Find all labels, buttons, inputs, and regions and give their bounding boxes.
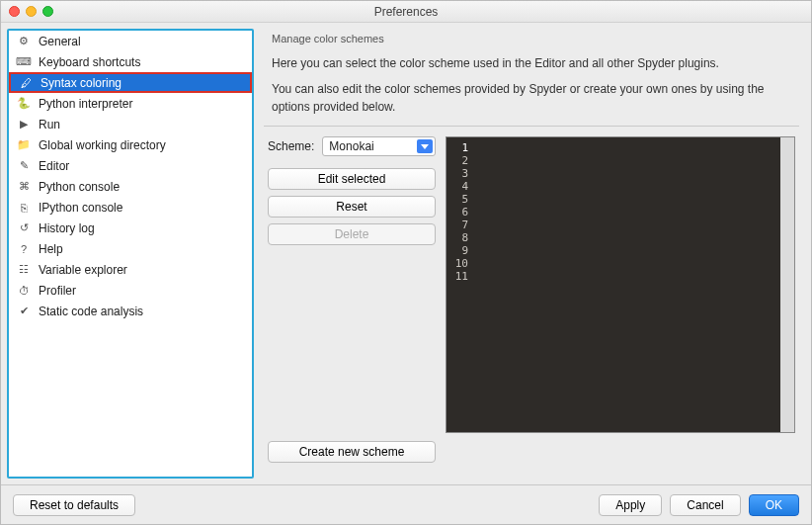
general-icon: ⚙ xyxy=(17,35,31,47)
delete-button: Delete xyxy=(268,223,436,245)
category-sidebar[interactable]: ⚙General⌨Keyboard shortcuts🖊Syntax color… xyxy=(7,29,254,479)
run-icon: ▶ xyxy=(17,118,31,131)
preview-scrollbar[interactable] xyxy=(780,137,794,432)
variable-explorer-icon: ☷ xyxy=(17,263,31,276)
sidebar-item-label: Profiler xyxy=(39,284,76,298)
titlebar: Preferences xyxy=(1,1,811,23)
sidebar-item-label: Python interpreter xyxy=(39,97,132,111)
content-area: ⚙General⌨Keyboard shortcuts🖊Syntax color… xyxy=(1,23,811,484)
divider xyxy=(264,126,799,127)
sidebar-item-run[interactable]: ▶Run xyxy=(9,114,252,134)
scheme-select-row: Scheme: Monokai xyxy=(268,136,436,156)
ok-button[interactable]: OK xyxy=(749,494,799,516)
sidebar-item-static-code-analysis[interactable]: ✔Static code analysis xyxy=(9,301,252,321)
sidebar-item-label: Python console xyxy=(39,180,120,194)
sidebar-item-label: Help xyxy=(39,242,63,256)
preferences-window: Preferences ⚙General⌨Keyboard shortcuts🖊… xyxy=(0,0,812,525)
profiler-icon: ⏱ xyxy=(17,285,31,297)
scheme-controls: Scheme: Monokai Edit selected Reset Dele… xyxy=(268,136,436,433)
sidebar-item-profiler[interactable]: ⏱Profiler xyxy=(9,280,252,301)
sidebar-item-keyboard-shortcuts[interactable]: ⌨Keyboard shortcuts xyxy=(9,51,252,72)
sidebar-item-ipython-console[interactable]: ⎘IPython console xyxy=(9,197,252,218)
sidebar-item-label: Editor xyxy=(39,159,69,173)
window-controls xyxy=(9,6,53,17)
static-code-analysis-icon: ✔ xyxy=(17,305,31,317)
code-preview: 1234567891011 xyxy=(446,136,795,433)
dialog-footer: Reset to defaults Apply Cancel OK xyxy=(1,484,811,524)
close-icon[interactable] xyxy=(9,6,20,17)
keyboard-shortcuts-icon: ⌨ xyxy=(17,55,31,68)
sidebar-item-help[interactable]: ?Help xyxy=(9,238,252,259)
sidebar-item-history-log[interactable]: ↺History log xyxy=(9,218,252,238)
minimize-icon[interactable] xyxy=(26,6,37,17)
scheme-label: Scheme: xyxy=(268,139,314,153)
sidebar-item-global-working-directory[interactable]: 📁Global working directory xyxy=(9,134,252,155)
intro-text-1: Here you can select the color scheme use… xyxy=(272,54,791,72)
main-panel: Manage color schemes Here you can select… xyxy=(260,29,805,479)
group-title: Manage color schemes xyxy=(272,33,799,44)
scheme-row-wrap: Scheme: Monokai Edit selected Reset Dele… xyxy=(268,136,795,433)
help-icon: ? xyxy=(17,243,31,255)
sidebar-item-variable-explorer[interactable]: ☷Variable explorer xyxy=(9,259,252,280)
sidebar-item-editor[interactable]: ✎Editor xyxy=(9,155,252,176)
zoom-icon[interactable] xyxy=(42,6,53,17)
python-interpreter-icon: 🐍 xyxy=(17,97,31,110)
sidebar-item-label: Syntax coloring xyxy=(41,76,122,90)
edit-selected-button[interactable]: Edit selected xyxy=(268,168,436,190)
reset-button[interactable]: Reset xyxy=(268,196,436,218)
sidebar-item-label: Keyboard shortcuts xyxy=(39,55,140,69)
syntax-coloring-icon: 🖊 xyxy=(19,77,33,89)
sidebar-item-label: Global working directory xyxy=(39,138,166,152)
sidebar-item-label: General xyxy=(39,35,81,48)
scheme-value: Monokai xyxy=(329,139,373,153)
sidebar-item-label: Variable explorer xyxy=(39,263,127,277)
sidebar-item-label: Static code analysis xyxy=(39,305,143,318)
history-log-icon: ↺ xyxy=(17,221,31,234)
apply-button[interactable]: Apply xyxy=(599,494,662,516)
cancel-button[interactable]: Cancel xyxy=(670,494,740,516)
create-row: Create new scheme xyxy=(268,441,795,463)
sidebar-item-label: Run xyxy=(39,118,60,131)
chevron-down-icon xyxy=(417,139,433,153)
create-scheme-button[interactable]: Create new scheme xyxy=(268,441,436,463)
python-console-icon: ⌘ xyxy=(17,180,31,193)
editor-icon: ✎ xyxy=(17,159,31,172)
scheme-select[interactable]: Monokai xyxy=(322,136,436,156)
ipython-console-icon: ⎘ xyxy=(17,202,31,214)
window-title: Preferences xyxy=(1,5,811,19)
sidebar-item-syntax-coloring[interactable]: 🖊Syntax coloring xyxy=(9,72,252,93)
sidebar-item-label: History log xyxy=(39,221,95,235)
sidebar-item-python-console[interactable]: ⌘Python console xyxy=(9,176,252,197)
line-gutter: 1234567891011 xyxy=(447,137,472,432)
intro-text-2: You can also edit the color schemes prov… xyxy=(272,80,791,116)
sidebar-item-python-interpreter[interactable]: 🐍Python interpreter xyxy=(9,93,252,114)
reset-defaults-button[interactable]: Reset to defaults xyxy=(13,494,135,516)
sidebar-item-general[interactable]: ⚙General xyxy=(9,31,252,51)
global-working-directory-icon: 📁 xyxy=(17,138,31,151)
sidebar-item-label: IPython console xyxy=(39,201,122,215)
